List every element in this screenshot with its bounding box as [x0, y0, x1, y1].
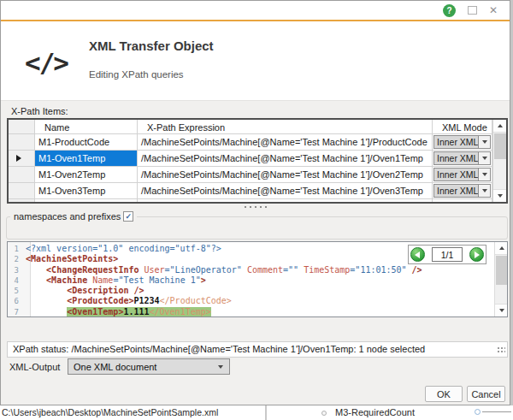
xml-output-label: XML-Output — [9, 362, 60, 372]
dropdown-chevron-icon[interactable] — [478, 184, 491, 198]
xpath-status-bar: XPath status: /MachineSetPoints/Machine[… — [7, 341, 508, 358]
row-selector[interactable] — [9, 167, 35, 183]
editor-scroll-up-icon[interactable] — [495, 242, 508, 255]
pager-next-icon[interactable] — [469, 247, 484, 262]
mode-cell-dropdown[interactable]: Inner XML — [433, 151, 492, 167]
dropdown-chevron-icon[interactable] — [478, 151, 491, 165]
table-row-partial — [9, 199, 492, 204]
scroll-down-icon[interactable] — [493, 189, 507, 202]
editor-scrollbar[interactable] — [494, 242, 507, 316]
page-subtitle: Editing XPath queries — [89, 69, 184, 80]
column-header-name[interactable]: Name — [35, 120, 138, 134]
connector-dot-icon — [321, 411, 327, 416]
resize-grip-icon[interactable] — [497, 346, 505, 354]
namespaces-label: namespaces and prefixes — [14, 211, 121, 222]
screen: ? ✕ </> XML Transfer Object Editing XPat… — [0, 0, 513, 420]
mode-cell-dropdown[interactable]: Inner XML — [433, 134, 492, 151]
splitter-handle[interactable] — [1, 204, 510, 210]
grid-rows: M1-ProductCode/MachineSetPoints/Machine[… — [9, 134, 492, 204]
expression-cell[interactable]: /MachineSetPoints/Machine[@Name='Test Ma… — [138, 134, 433, 151]
name-cell[interactable]: M1-ProductCode — [35, 134, 138, 151]
background-divider — [265, 405, 267, 420]
dialog-header: </> XML Transfer Object Editing XPath qu… — [1, 21, 510, 101]
connector-line — [482, 411, 511, 412]
help-icon[interactable]: ? — [443, 4, 456, 17]
xml-code-icon: </> — [25, 47, 68, 78]
title-bar: ? ✕ — [1, 1, 510, 20]
mode-cell-dropdown[interactable]: Inner XML — [433, 167, 492, 183]
document-pager: 1/1 — [408, 245, 486, 264]
grid-header: Name X-Path Expression XML Mode — [9, 120, 492, 134]
table-row[interactable]: M1-Oven3Temp/MachineSetPoints/Machine[@N… — [9, 183, 492, 199]
xml-output-value: One XML document — [74, 362, 156, 372]
background-window-strip: C:\Users\jbeach\Desktop\MachineSetPointS… — [0, 405, 513, 420]
pager-position: 1/1 — [432, 247, 463, 262]
dropdown-chevron-icon[interactable] — [478, 135, 491, 149]
name-cell[interactable]: M1-Oven1Temp — [35, 151, 138, 167]
mode-cell-dropdown[interactable]: Inner XML — [433, 183, 492, 199]
xml-output-dropdown[interactable]: One XML document — [68, 358, 230, 375]
column-header-mode[interactable]: XML Mode — [433, 120, 492, 134]
connector-dot-icon — [475, 409, 481, 415]
expression-cell[interactable]: /MachineSetPoints/Machine[@Name='Test Ma… — [138, 183, 433, 199]
pager-prev-icon[interactable] — [410, 247, 425, 262]
table-row[interactable]: M1-Oven1Temp/MachineSetPoints/Machine[@N… — [9, 151, 492, 167]
table-row[interactable]: M1-Oven2Temp/MachineSetPoints/Machine[@N… — [9, 167, 492, 183]
row-selector[interactable] — [9, 183, 35, 199]
scroll-up-icon[interactable] — [493, 120, 507, 133]
background-node-label: M3-RequiredCount — [335, 407, 415, 417]
grid-scrollbar[interactable] — [492, 120, 506, 202]
expression-cell[interactable]: /MachineSetPoints/Machine[@Name='Test Ma… — [138, 167, 433, 183]
editor-scroll-down-icon[interactable] — [495, 304, 508, 316]
name-cell[interactable]: M1-Oven3Temp — [35, 183, 138, 199]
page-title: XML Transfer Object — [89, 38, 214, 53]
xpath-status-text: XPath status: /MachineSetPoints/Machine[… — [13, 344, 425, 354]
chevron-down-icon — [218, 365, 223, 369]
maximize-icon[interactable] — [468, 6, 477, 15]
dropdown-chevron-icon[interactable] — [478, 168, 491, 181]
grid-corner — [9, 120, 35, 134]
expression-cell[interactable]: /MachineSetPoints/Machine[@Name='Test Ma… — [138, 151, 433, 167]
name-cell[interactable]: M1-Oven2Temp — [35, 167, 138, 183]
table-row[interactable]: M1-ProductCode/MachineSetPoints/Machine[… — [9, 134, 492, 151]
row-selector[interactable] — [9, 151, 35, 167]
background-file-path: C:\Users\jbeach\Desktop\MachineSetPointS… — [2, 407, 218, 417]
editor-scroll-thumb[interactable] — [496, 256, 507, 285]
scroll-thumb[interactable] — [494, 133, 506, 159]
close-icon[interactable]: ✕ — [489, 5, 498, 15]
selected-row-arrow-icon — [16, 155, 21, 162]
cancel-button[interactable]: Cancel — [467, 386, 505, 402]
xpath-items-label: X-Path Items: — [11, 106, 68, 116]
xml-transfer-dialog: ? ✕ </> XML Transfer Object Editing XPat… — [0, 0, 510, 405]
column-header-expression[interactable]: X-Path Expression — [138, 120, 433, 134]
row-selector[interactable] — [9, 134, 35, 151]
ok-button[interactable]: OK — [425, 386, 463, 402]
namespaces-checkbox[interactable]: ✓ — [123, 211, 133, 222]
xpath-items-grid: Name X-Path Expression XML Mode M1-Produ… — [7, 118, 508, 204]
namespaces-groupbox: namespaces and prefixes ✓ — [6, 216, 508, 240]
